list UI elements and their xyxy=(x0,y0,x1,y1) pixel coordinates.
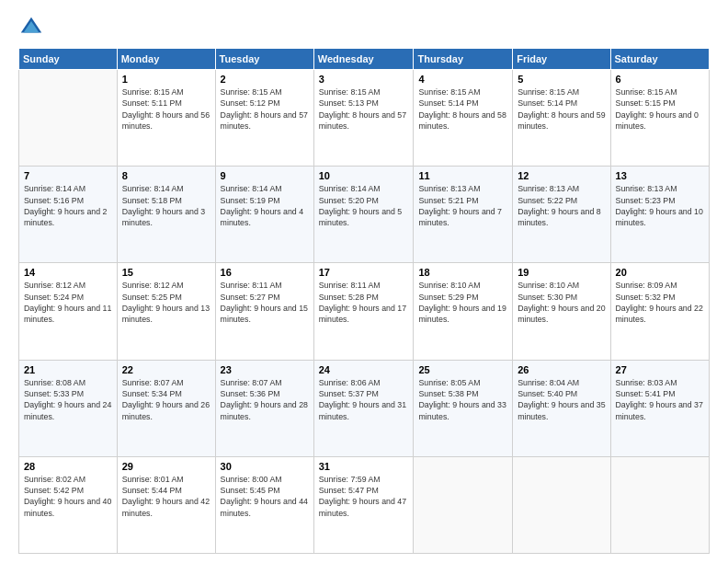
table-row: 20Sunrise: 8:09 AM Sunset: 5:32 PM Dayli… xyxy=(610,263,709,360)
calendar-week-row: 7Sunrise: 8:14 AM Sunset: 5:16 PM Daylig… xyxy=(19,167,710,263)
col-saturday: Saturday xyxy=(610,49,709,70)
day-info: Sunrise: 8:13 AM Sunset: 5:22 PM Dayligh… xyxy=(518,183,605,228)
table-row: 21Sunrise: 8:08 AM Sunset: 5:33 PM Dayli… xyxy=(19,360,118,456)
table-row: 11Sunrise: 8:13 AM Sunset: 5:21 PM Dayli… xyxy=(414,167,513,263)
day-info: Sunrise: 8:12 AM Sunset: 5:25 PM Dayligh… xyxy=(122,280,210,325)
day-info: Sunrise: 8:00 AM Sunset: 5:45 PM Dayligh… xyxy=(221,474,309,519)
table-row: 27Sunrise: 8:03 AM Sunset: 5:41 PM Dayli… xyxy=(610,360,709,456)
table-row: 29Sunrise: 8:01 AM Sunset: 5:44 PM Dayli… xyxy=(117,456,215,553)
col-tuesday: Tuesday xyxy=(215,49,313,70)
table-row: 12Sunrise: 8:13 AM Sunset: 5:22 PM Dayli… xyxy=(513,167,610,263)
day-info: Sunrise: 8:07 AM Sunset: 5:36 PM Dayligh… xyxy=(221,377,309,422)
col-thursday: Thursday xyxy=(414,49,513,70)
day-number: 3 xyxy=(319,74,409,85)
table-row: 1Sunrise: 8:15 AM Sunset: 5:11 PM Daylig… xyxy=(117,70,215,167)
day-number: 5 xyxy=(518,74,605,85)
day-info: Sunrise: 8:08 AM Sunset: 5:33 PM Dayligh… xyxy=(24,377,112,422)
table-row xyxy=(414,456,513,553)
day-number: 1 xyxy=(122,74,210,85)
table-row: 15Sunrise: 8:12 AM Sunset: 5:25 PM Dayli… xyxy=(117,263,215,360)
day-number: 30 xyxy=(221,461,309,472)
table-row: 8Sunrise: 8:14 AM Sunset: 5:18 PM Daylig… xyxy=(117,167,215,263)
day-number: 10 xyxy=(319,170,409,181)
day-info: Sunrise: 8:11 AM Sunset: 5:27 PM Dayligh… xyxy=(221,280,309,325)
day-number: 6 xyxy=(616,74,704,85)
day-number: 18 xyxy=(418,267,507,278)
day-number: 12 xyxy=(518,170,605,181)
table-row: 5Sunrise: 8:15 AM Sunset: 5:14 PM Daylig… xyxy=(513,70,610,167)
day-info: Sunrise: 8:15 AM Sunset: 5:12 PM Dayligh… xyxy=(221,86,309,132)
day-info: Sunrise: 8:04 AM Sunset: 5:40 PM Dayligh… xyxy=(518,377,605,422)
day-info: Sunrise: 8:14 AM Sunset: 5:19 PM Dayligh… xyxy=(221,183,309,228)
day-number: 15 xyxy=(122,267,210,278)
day-info: Sunrise: 8:15 AM Sunset: 5:14 PM Dayligh… xyxy=(518,86,605,132)
table-row: 18Sunrise: 8:10 AM Sunset: 5:29 PM Dayli… xyxy=(414,263,513,360)
table-row xyxy=(610,456,709,553)
calendar-week-row: 14Sunrise: 8:12 AM Sunset: 5:24 PM Dayli… xyxy=(19,263,710,360)
table-row xyxy=(513,456,610,553)
day-number: 17 xyxy=(319,267,409,278)
table-row: 16Sunrise: 8:11 AM Sunset: 5:27 PM Dayli… xyxy=(215,263,313,360)
table-row: 28Sunrise: 8:02 AM Sunset: 5:42 PM Dayli… xyxy=(19,456,118,553)
calendar-week-row: 21Sunrise: 8:08 AM Sunset: 5:33 PM Dayli… xyxy=(19,360,710,456)
day-info: Sunrise: 8:10 AM Sunset: 5:30 PM Dayligh… xyxy=(518,280,605,325)
table-row: 23Sunrise: 8:07 AM Sunset: 5:36 PM Dayli… xyxy=(215,360,313,456)
table-row: 30Sunrise: 8:00 AM Sunset: 5:45 PM Dayli… xyxy=(215,456,313,553)
col-sunday: Sunday xyxy=(19,49,118,70)
day-number: 31 xyxy=(319,461,409,472)
day-info: Sunrise: 8:15 AM Sunset: 5:13 PM Dayligh… xyxy=(319,86,409,132)
page: Sunday Monday Tuesday Wednesday Thursday… xyxy=(0,0,728,563)
table-row: 9Sunrise: 8:14 AM Sunset: 5:19 PM Daylig… xyxy=(215,167,313,263)
day-info: Sunrise: 8:02 AM Sunset: 5:42 PM Dayligh… xyxy=(24,474,112,519)
table-row: 17Sunrise: 8:11 AM Sunset: 5:28 PM Dayli… xyxy=(313,263,414,360)
day-number: 2 xyxy=(221,74,309,85)
day-info: Sunrise: 8:05 AM Sunset: 5:38 PM Dayligh… xyxy=(418,377,507,422)
day-info: Sunrise: 8:12 AM Sunset: 5:24 PM Dayligh… xyxy=(24,280,112,325)
table-row: 14Sunrise: 8:12 AM Sunset: 5:24 PM Dayli… xyxy=(19,263,118,360)
table-row: 26Sunrise: 8:04 AM Sunset: 5:40 PM Dayli… xyxy=(513,360,610,456)
day-number: 22 xyxy=(122,364,210,375)
col-monday: Monday xyxy=(117,49,215,70)
calendar-week-row: 28Sunrise: 8:02 AM Sunset: 5:42 PM Dayli… xyxy=(19,456,710,553)
calendar-week-row: 1Sunrise: 8:15 AM Sunset: 5:11 PM Daylig… xyxy=(19,70,710,167)
table-row: 31Sunrise: 7:59 AM Sunset: 5:47 PM Dayli… xyxy=(313,456,414,553)
day-info: Sunrise: 8:15 AM Sunset: 5:14 PM Dayligh… xyxy=(418,86,507,132)
day-number: 14 xyxy=(24,267,112,278)
day-number: 11 xyxy=(418,170,507,181)
day-number: 7 xyxy=(24,170,112,181)
day-number: 24 xyxy=(319,364,409,375)
day-info: Sunrise: 8:10 AM Sunset: 5:29 PM Dayligh… xyxy=(418,280,507,325)
col-wednesday: Wednesday xyxy=(313,49,414,70)
calendar-table: Sunday Monday Tuesday Wednesday Thursday… xyxy=(18,48,710,554)
table-row: 24Sunrise: 8:06 AM Sunset: 5:37 PM Dayli… xyxy=(313,360,414,456)
day-number: 28 xyxy=(24,461,112,472)
day-number: 9 xyxy=(221,170,309,181)
logo-icon xyxy=(18,15,44,40)
day-number: 21 xyxy=(24,364,112,375)
day-number: 8 xyxy=(122,170,210,181)
day-number: 13 xyxy=(616,170,704,181)
day-info: Sunrise: 8:03 AM Sunset: 5:41 PM Dayligh… xyxy=(616,377,704,422)
calendar-header-row: Sunday Monday Tuesday Wednesday Thursday… xyxy=(19,49,710,70)
header xyxy=(18,15,710,40)
day-number: 20 xyxy=(616,267,704,278)
day-info: Sunrise: 8:06 AM Sunset: 5:37 PM Dayligh… xyxy=(319,377,409,422)
day-number: 4 xyxy=(418,74,507,85)
day-info: Sunrise: 7:59 AM Sunset: 5:47 PM Dayligh… xyxy=(319,474,409,519)
day-info: Sunrise: 8:01 AM Sunset: 5:44 PM Dayligh… xyxy=(122,474,210,519)
table-row: 2Sunrise: 8:15 AM Sunset: 5:12 PM Daylig… xyxy=(215,70,313,167)
day-info: Sunrise: 8:14 AM Sunset: 5:18 PM Dayligh… xyxy=(122,183,210,228)
day-info: Sunrise: 8:09 AM Sunset: 5:32 PM Dayligh… xyxy=(616,280,704,325)
day-number: 19 xyxy=(518,267,605,278)
day-number: 29 xyxy=(122,461,210,472)
day-info: Sunrise: 8:13 AM Sunset: 5:23 PM Dayligh… xyxy=(616,183,704,228)
day-info: Sunrise: 8:15 AM Sunset: 5:11 PM Dayligh… xyxy=(122,86,210,132)
table-row xyxy=(19,70,118,167)
table-row: 19Sunrise: 8:10 AM Sunset: 5:30 PM Dayli… xyxy=(513,263,610,360)
table-row: 10Sunrise: 8:14 AM Sunset: 5:20 PM Dayli… xyxy=(313,167,414,263)
table-row: 22Sunrise: 8:07 AM Sunset: 5:34 PM Dayli… xyxy=(117,360,215,456)
day-info: Sunrise: 8:14 AM Sunset: 5:20 PM Dayligh… xyxy=(319,183,409,228)
day-number: 27 xyxy=(616,364,704,375)
table-row: 4Sunrise: 8:15 AM Sunset: 5:14 PM Daylig… xyxy=(414,70,513,167)
table-row: 6Sunrise: 8:15 AM Sunset: 5:15 PM Daylig… xyxy=(610,70,709,167)
